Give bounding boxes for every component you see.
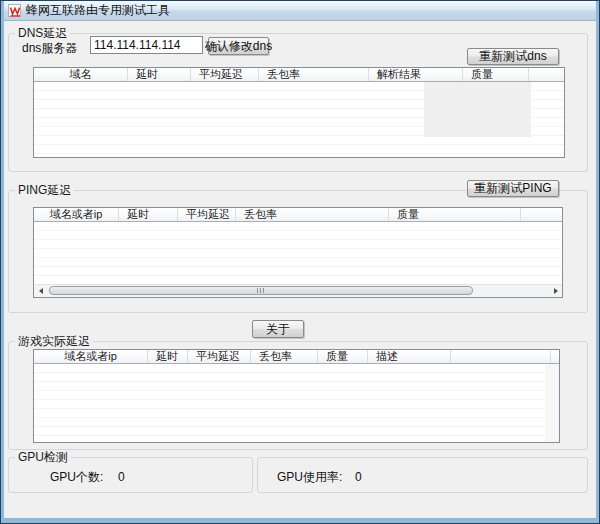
window-title: 蜂网互联路由专用测试工具 [26,2,170,19]
column-header[interactable]: 域名或者ip [34,208,119,221]
retest-dns-button[interactable]: 重新测试dns [467,48,559,65]
column-header[interactable]: 丢包率 [251,350,318,363]
ping-result-table: 域名或者ip 延时 平均延迟 丢包率 质量 [33,207,563,298]
dns-server-input[interactable] [90,36,203,54]
column-header[interactable]: 平均延迟 [191,68,259,81]
vertical-scroll-area [545,364,559,442]
app-window: 蜂网互联路由专用测试工具 × DNS延迟 dns服务器 确认修改dns 重新测试… [0,0,600,524]
game-latency-table: 域名或者ip 延时 平均延迟 丢包率 质量 描述 [33,349,560,443]
column-header-empty [529,68,564,81]
scroll-right-button[interactable] [549,285,562,297]
dns-table-header: 域名 延时 平均延迟 丢包率 解析结果 质量 [34,68,564,82]
scroll-left-icon [39,288,43,294]
column-header-empty [521,208,562,221]
dns-result-table: 域名 延时 平均延迟 丢包率 解析结果 质量 [33,67,565,158]
column-header[interactable]: 质量 [463,68,529,81]
empty-quality-area [424,82,531,137]
title-bar[interactable]: 蜂网互联路由专用测试工具 [1,1,599,21]
gpu-usage-value: 0 [355,470,362,484]
column-header[interactable]: 质量 [318,350,368,363]
gpu-count-label: GPU个数: [50,470,103,484]
column-header[interactable]: 描述 [368,350,451,363]
app-icon [8,4,21,17]
dns-section-title: DNS延迟 [15,26,70,40]
column-header[interactable]: 平均延迟 [178,208,236,221]
ping-table-header: 域名或者ip 延时 平均延迟 丢包率 质量 [34,208,562,222]
column-header[interactable]: 延时 [148,350,188,363]
ping-table-body [34,222,562,284]
column-header[interactable]: 延时 [128,68,191,81]
ping-section-title: PING延迟 [15,183,74,197]
column-header[interactable]: 丢包率 [259,68,369,81]
game-table-header: 域名或者ip 延时 平均延迟 丢包率 质量 描述 [34,350,559,364]
column-header[interactable]: 域名 [34,68,128,81]
gpu-count-value: 0 [118,470,125,484]
column-header[interactable]: 质量 [389,208,521,221]
horizontal-scrollbar[interactable] [34,284,562,297]
about-button[interactable]: 关于 [252,320,304,338]
confirm-dns-button[interactable]: 确认修改dns [208,37,269,55]
gpu-section: GPU检测 [8,457,253,493]
column-header[interactable]: 丢包率 [236,208,389,221]
game-latency-section-title: 游戏实际延迟 [15,334,93,348]
column-header[interactable]: 解析结果 [369,68,463,81]
dns-server-label: dns服务器 [22,41,77,55]
retest-ping-button[interactable]: 重新测试PING [467,180,559,197]
gpu-section-title: GPU检测 [15,450,71,464]
game-table-body [34,364,559,442]
scrollbar-track[interactable] [47,285,549,297]
column-header[interactable]: 延时 [119,208,178,221]
scrollbar-thumb[interactable] [49,286,473,295]
scroll-left-button[interactable] [34,285,47,297]
scroll-right-icon [554,288,558,294]
dns-table-body [34,82,564,157]
scrollbar-grip-icon [257,288,265,293]
column-header-empty [451,350,551,363]
gpu-usage-label: GPU使用率: [277,470,342,484]
column-header[interactable]: 域名或者ip [34,350,148,363]
column-header[interactable]: 平均延迟 [188,350,251,363]
column-header-empty [551,350,559,363]
